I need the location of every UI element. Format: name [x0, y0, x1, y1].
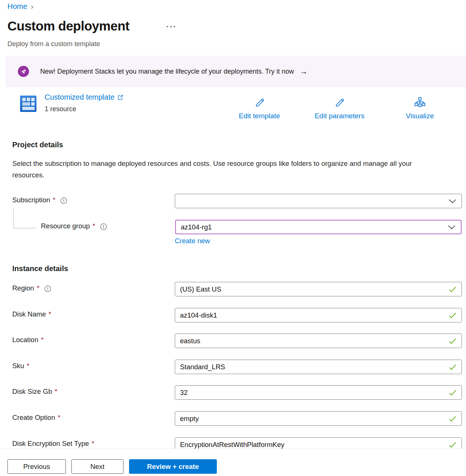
valid-check-icon [449, 442, 456, 448]
disk-name-input[interactable]: az104-disk1 [175, 308, 462, 322]
resource-group-value: az104-rg1 [176, 223, 448, 231]
create-option-label: Create Option * [12, 414, 60, 422]
location-label-text: Location [12, 336, 38, 344]
project-details-description: Select the subscription to manage deploy… [12, 158, 444, 181]
resource-group-label-text: Resource group [41, 222, 90, 230]
sku-label: Sku * [12, 362, 29, 370]
sku-value: Standard_LRS [175, 363, 449, 371]
custom-deployment-page: Home› Custom deployment ··· Deploy from … [0, 0, 466, 476]
valid-check-icon [449, 416, 456, 422]
valid-check-icon [449, 312, 456, 318]
next-button[interactable]: Next [71, 459, 123, 474]
edit-parameters-label: Edit parameters [310, 112, 369, 120]
create-new-link[interactable]: Create new [175, 237, 210, 245]
create-option-label-text: Create Option [12, 414, 55, 422]
required-asterisk: * [55, 387, 57, 396]
disk-name-label-text: Disk Name [12, 310, 46, 318]
location-input[interactable]: eastus [175, 334, 462, 348]
more-options-button[interactable]: ··· [166, 22, 177, 31]
template-icon [19, 95, 37, 114]
required-asterisk: * [93, 222, 95, 230]
instance-details-heading: Instance details [12, 264, 68, 273]
required-asterisk: * [53, 196, 55, 204]
chevron-down-icon [449, 199, 456, 203]
external-link-icon [117, 94, 123, 100]
subscription-resource-group-connector [13, 209, 36, 228]
breadcrumb-chevron-icon: › [31, 3, 33, 10]
rocket-icon [18, 66, 29, 77]
valid-check-icon [449, 338, 456, 344]
required-asterisk: * [58, 414, 60, 422]
required-asterisk: * [91, 440, 94, 448]
footer-action-bar: Previous Next Review + create [0, 448, 466, 476]
chevron-down-icon [448, 225, 456, 229]
disk-size-input[interactable]: 32 [175, 385, 462, 400]
review-create-button[interactable]: Review + create [129, 459, 217, 474]
customized-template-label: Customized template [45, 93, 115, 102]
region-label-text: Region [12, 284, 34, 292]
required-asterisk: * [37, 284, 39, 292]
region-input[interactable]: (US) East US [175, 282, 462, 296]
edit-template-label: Edit template [234, 112, 285, 120]
valid-check-icon [449, 286, 456, 292]
disk-encryption-set-type-label-text: Disk Encryption Set Type [12, 440, 89, 448]
required-asterisk: * [41, 336, 44, 344]
edit-template-button[interactable]: Edit template [234, 97, 285, 120]
info-icon[interactable] [60, 197, 67, 204]
arrow-right-icon[interactable]: → [300, 67, 308, 76]
deployment-stacks-banner[interactable]: New! Deployment Stacks let you manage th… [6, 56, 466, 87]
pencil-icon [334, 97, 346, 109]
info-icon[interactable] [44, 285, 51, 292]
pencil-icon [254, 97, 266, 109]
template-resource-count: 1 resource [45, 105, 76, 113]
resource-group-label: Resource group * [41, 222, 107, 230]
sku-input[interactable]: Standard_LRS [175, 360, 462, 374]
disk-size-label-text: Disk Size Gb [12, 387, 52, 396]
disk-size-label: Disk Size Gb * [12, 387, 57, 396]
sku-label-text: Sku [12, 362, 24, 370]
edit-parameters-button[interactable]: Edit parameters [310, 97, 369, 120]
region-value: (US) East US [175, 285, 449, 293]
required-asterisk: * [27, 362, 29, 370]
visualize-button[interactable]: Visualize [396, 97, 444, 120]
create-option-input[interactable]: empty [175, 411, 462, 426]
breadcrumb-home-link[interactable]: Home [7, 2, 27, 10]
info-icon[interactable] [100, 223, 107, 230]
region-label: Region * [12, 284, 51, 292]
subscription-label: Subscription * [12, 196, 67, 204]
subscription-dropdown[interactable] [175, 194, 462, 208]
disk-encryption-set-type-value: EncryptionAtRestWithPlatformKey [175, 441, 449, 449]
disk-name-label: Disk Name * [12, 310, 51, 318]
subscription-label-text: Subscription [12, 196, 50, 204]
valid-check-icon [449, 364, 456, 370]
disk-encryption-set-type-label: Disk Encryption Set Type * [12, 440, 94, 448]
location-value: eastus [175, 337, 449, 345]
page-title: Custom deployment [7, 19, 129, 33]
project-details-heading: Project details [12, 141, 63, 149]
valid-check-icon [449, 390, 456, 396]
customized-template-link[interactable]: Customized template [45, 93, 123, 102]
required-asterisk: * [48, 310, 51, 318]
disk-size-value: 32 [175, 389, 449, 397]
page-subtitle: Deploy from a custom template [7, 40, 100, 48]
previous-button[interactable]: Previous [7, 459, 66, 474]
breadcrumb: Home› [7, 2, 33, 11]
location-label: Location * [12, 336, 44, 344]
hierarchy-icon [414, 97, 426, 109]
banner-message: New! Deployment Stacks let you manage th… [40, 68, 294, 75]
visualize-label: Visualize [396, 112, 444, 120]
create-option-value: empty [175, 415, 449, 423]
disk-name-value: az104-disk1 [175, 311, 449, 319]
resource-group-dropdown[interactable]: az104-rg1 [175, 220, 462, 234]
